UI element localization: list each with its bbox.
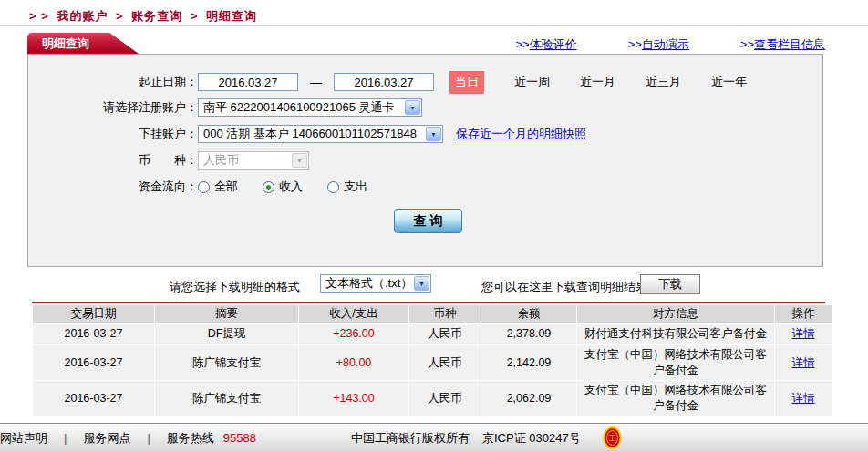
range-last-year-button[interactable]: 近一年 — [711, 74, 747, 90]
cell-date: 2016-03-27 — [33, 324, 154, 344]
detail-link[interactable]: 详情 — [792, 327, 815, 340]
chevron-down-icon: ▼ — [292, 153, 307, 168]
chevron-down-icon[interactable]: ▼ — [426, 127, 441, 141]
chevron-down-icon[interactable]: ▼ — [405, 100, 420, 115]
cell-counterparty: 财付通支付科技有限公司客户备付金 — [577, 324, 774, 344]
fund-flow-row: 资金流向： 全部 收入 支出 — [28, 177, 392, 197]
table-row: 2016-03-27 陈广锦支付宝 +143.00 人民币 2,062.09 支… — [33, 381, 832, 416]
col-header-amount: 收入/支出 — [299, 305, 408, 323]
registered-account-select[interactable]: 南平 6222001406100921065 灵通卡 ▼ — [198, 98, 422, 117]
flow-expense-label: 支出 — [344, 179, 367, 195]
date-to-input[interactable] — [334, 73, 434, 91]
link-prefix: >> — [515, 37, 529, 51]
radio-selected-icon[interactable] — [263, 181, 274, 193]
breadcrumb-item-details-query[interactable]: 明细查询 — [206, 9, 257, 23]
sub-account-label: 下挂账户： — [28, 126, 198, 142]
col-header-date: 交易日期 — [33, 305, 154, 323]
hotline-label: 服务热线 — [167, 430, 214, 447]
detail-link[interactable]: 详情 — [792, 356, 815, 369]
date-range-dash: — — [310, 76, 322, 89]
registered-account-row: 请选择注册账户： 南平 6222001406100921065 灵通卡 ▼ — [28, 98, 422, 118]
view-column-info-link[interactable]: >>查看栏目信息 — [740, 36, 825, 53]
flow-expense-radio[interactable]: 支出 — [327, 179, 367, 195]
breadcrumb-item-account-query[interactable]: 账务查询 — [131, 9, 182, 23]
flow-all-label: 全部 — [214, 179, 238, 195]
link-prefix: >> — [740, 37, 754, 51]
header-divider — [0, 25, 868, 26]
cell-currency: 人民币 — [409, 381, 480, 416]
cell-summary: 陈广锦支付宝 — [155, 381, 298, 416]
range-last-month-button[interactable]: 近一月 — [580, 74, 615, 90]
range-last-week-button[interactable]: 近一周 — [514, 74, 550, 90]
save-monthly-snapshot-link[interactable]: 保存近一个月的明细快照 — [456, 126, 586, 142]
tab-details-query[interactable]: 明细查询 — [27, 33, 139, 54]
detail-link[interactable]: 详情 — [792, 392, 815, 405]
footer-divider: | — [64, 431, 67, 445]
auto-demo-link[interactable]: >>自动演示 — [628, 36, 689, 53]
date-range-label: 起止日期： — [28, 74, 198, 90]
table-row: 2016-03-27 DF提现 +236.00 人民币 2,378.09 财付通… — [33, 324, 832, 344]
query-button[interactable]: 查 询 — [394, 209, 462, 233]
sub-account-select[interactable]: 000 活期 基本户 1406600101102571848 ▼ — [198, 125, 443, 143]
footer: 网站声明 | 服务网点 | 服务热线 95588 中国工商银行版权所有 京ICP… — [0, 423, 868, 452]
radio-unselected-icon[interactable] — [198, 181, 210, 193]
experience-rating-link[interactable]: >>体验评价 — [515, 36, 576, 53]
cell-amount: +143.00 — [299, 381, 408, 416]
results-table-wrap: 交易日期 摘要 收入/支出 币种 余额 对方信息 操作 2016-03-27 D… — [32, 302, 825, 416]
site-statement-link[interactable]: 网站声明 — [0, 430, 47, 447]
copyright-text: 中国工商银行版权所有 — [351, 430, 470, 447]
range-last-3-months-button[interactable]: 近三月 — [646, 74, 681, 90]
date-range-row: 起止日期： — 当日 近一周 近一月 近三月 近一年 — [28, 72, 747, 92]
breadcrumb: > > 我的账户 > 账务查询 > 明细查询 — [29, 8, 261, 25]
cell-currency: 人民币 — [409, 324, 480, 344]
col-header-action: 操作 — [775, 305, 832, 323]
hotline-number: 95588 — [223, 431, 256, 445]
cell-counterparty: 支付宝（中国）网络技术有限公司客户备付金 — [577, 381, 774, 416]
icp-text: 京ICP证 030247号 — [482, 430, 581, 447]
breadcrumb-item-my-account[interactable]: 我的账户 — [57, 9, 108, 23]
service-branches-link[interactable]: 服务网点 — [83, 430, 130, 447]
download-format-label: 请您选择下载明细的格式 — [170, 279, 300, 295]
currency-value: 人民币 — [203, 152, 239, 169]
currency-label: 币 种： — [28, 152, 198, 169]
col-header-currency: 币种 — [409, 305, 480, 323]
table-row: 2016-03-27 陈广锦支付宝 +80.00 人民币 2,142.09 支付… — [33, 345, 832, 380]
cell-amount: +80.00 — [299, 345, 408, 380]
cell-balance: 2,062.09 — [481, 381, 576, 416]
cell-counterparty: 支付宝（中国）网络技术有限公司客户备付金 — [577, 345, 774, 380]
currency-select: 人民币 ▼ — [198, 151, 309, 170]
flow-income-radio[interactable]: 收入 — [263, 179, 303, 195]
breadcrumb-prefix: > > — [29, 9, 49, 23]
icbc-seal-icon: 工 — [603, 426, 622, 449]
registered-account-label: 请选择注册账户： — [28, 99, 198, 116]
results-table: 交易日期 摘要 收入/支出 币种 余额 对方信息 操作 2016-03-27 D… — [32, 304, 832, 416]
date-from-input[interactable] — [198, 73, 298, 91]
breadcrumb-separator: > — [116, 9, 124, 23]
registered-account-value: 南平 6222001406100921065 灵通卡 — [203, 99, 395, 116]
footer-divider: | — [147, 431, 150, 445]
chevron-down-icon[interactable]: ▼ — [414, 276, 429, 291]
cell-summary: DF提现 — [155, 324, 298, 344]
cell-date: 2016-03-27 — [33, 381, 154, 416]
today-button[interactable]: 当日 — [450, 71, 484, 94]
footer-copyright-group: 中国工商银行版权所有 京ICP证 030247号 工 — [351, 426, 622, 449]
download-button[interactable]: 下载 — [640, 274, 700, 294]
table-header-row: 交易日期 摘要 收入/支出 币种 余额 对方信息 操作 — [33, 305, 832, 323]
flow-income-label: 收入 — [279, 179, 303, 195]
sub-account-row: 下挂账户： 000 活期 基本户 1406600101102571848 ▼ 保… — [28, 124, 586, 144]
currency-row: 币 种： 人民币 ▼ — [28, 150, 309, 170]
flow-all-radio[interactable]: 全部 — [198, 179, 238, 195]
link-prefix: >> — [628, 37, 642, 51]
col-header-counterparty: 对方信息 — [577, 305, 774, 323]
query-form-panel: 起止日期： — 当日 近一周 近一月 近三月 近一年 请选择注册账户： 南平 6… — [27, 54, 823, 267]
download-format-select[interactable]: 文本格式（.txt） ▼ — [320, 274, 431, 293]
header-links: >>体验评价 >>自动演示 >>查看栏目信息 — [515, 36, 825, 53]
radio-unselected-icon[interactable] — [327, 181, 339, 193]
svg-text:工: 工 — [608, 434, 616, 443]
fund-flow-label: 资金流向： — [28, 179, 198, 195]
cell-date: 2016-03-27 — [33, 345, 154, 380]
sub-account-value: 000 活期 基本户 1406600101102571848 — [203, 126, 417, 142]
footer-links: 网站声明 | 服务网点 | 服务热线 95588 — [0, 430, 256, 447]
cell-currency: 人民币 — [409, 345, 480, 380]
cell-amount: +236.00 — [299, 324, 408, 344]
